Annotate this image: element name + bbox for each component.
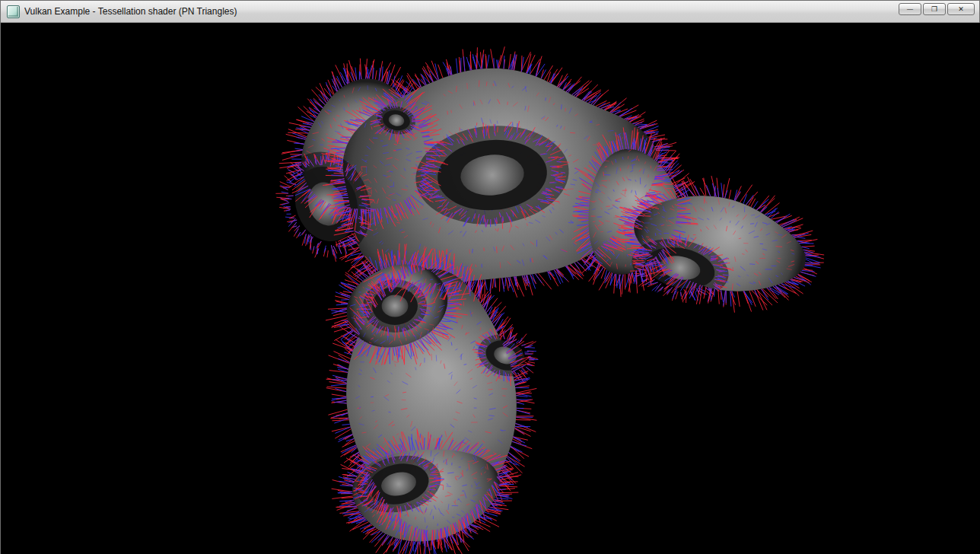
app-window: Vulkan Example - Tessellation shader (PN… xyxy=(0,0,980,554)
restore-icon: ❐ xyxy=(931,6,937,13)
vulkan-render-viewport[interactable] xyxy=(1,23,980,554)
close-icon: ✕ xyxy=(958,6,964,13)
app-icon xyxy=(7,5,20,18)
titlebar[interactable]: Vulkan Example - Tessellation shader (PN… xyxy=(1,1,979,23)
maximize-button[interactable]: ❐ xyxy=(923,3,946,15)
window-controls: — ❐ ✕ xyxy=(897,3,975,15)
minimize-button[interactable]: — xyxy=(899,3,921,15)
window-title: Vulkan Example - Tessellation shader (PN… xyxy=(24,6,897,17)
minimize-icon: — xyxy=(907,6,914,13)
render-area xyxy=(1,23,979,554)
close-button[interactable]: ✕ xyxy=(947,3,975,15)
